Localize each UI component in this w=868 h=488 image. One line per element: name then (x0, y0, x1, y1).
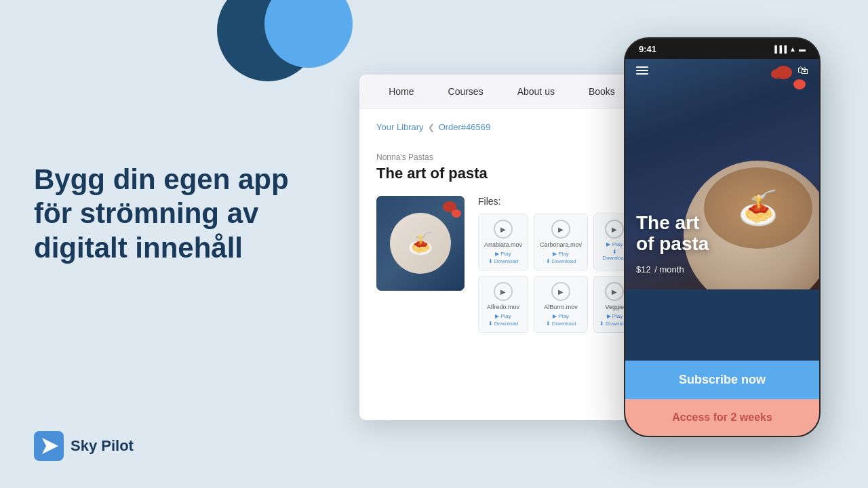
product-category: Nonna's Pastas (376, 152, 627, 162)
nav-books[interactable]: Books (589, 86, 615, 97)
logo-icon (34, 431, 64, 461)
file-item: ▶ Alfredo.mov ▶ Play ⬇ Download (478, 276, 528, 333)
hero-title: Bygg din egen app för strömning av digit… (34, 163, 326, 265)
phone-price-period: / month (654, 264, 684, 274)
logo-area: Sky Pilot (34, 431, 326, 461)
files-label: Files: (478, 196, 636, 207)
cart-icon[interactable]: 🛍 (797, 64, 808, 77)
phone-price: $12 / month (636, 260, 709, 276)
play-icon[interactable]: ▶ (494, 282, 513, 301)
play-action[interactable]: ▶ Play (540, 313, 582, 319)
wifi-icon: ▲ (789, 45, 796, 53)
phone-product-title: The art of pasta (636, 213, 709, 255)
phone-status-icons: ▐▐▐ ▲ ▬ (772, 45, 806, 53)
nav-home[interactable]: Home (389, 86, 414, 97)
download-action[interactable]: ⬇ Download (484, 321, 522, 327)
logo-name: Sky Pilot (71, 437, 134, 455)
phone-mockup: 9:41 ▐▐▐ ▲ ▬ 🛍 (624, 37, 821, 437)
play-action[interactable]: ▶ Play (484, 313, 522, 319)
phone-hero-bg: 🛍 🍝 The art of pasta $12 (625, 59, 819, 289)
breadcrumb: Your Library ❮ Order#46569 (376, 122, 627, 132)
breadcrumb-chevron: ❮ (428, 123, 435, 132)
tomato-decoration-3 (771, 69, 782, 79)
file-name: AlBurro.mov (540, 304, 582, 310)
product-title: The art of pasta (376, 165, 627, 182)
signal-icon: ▐▐▐ (772, 45, 787, 53)
product-image: 🍝 (376, 196, 465, 291)
file-name: Alfredo.mov (484, 304, 522, 310)
play-icon[interactable]: ▶ (551, 220, 570, 239)
phone-hero-image: 🛍 🍝 The art of pasta $12 (625, 59, 819, 289)
play-icon[interactable]: ▶ (494, 220, 513, 239)
hamburger-menu-icon[interactable] (636, 66, 648, 75)
plate-circle: 🍝 (390, 213, 451, 274)
file-item: ▶ Arrabiata.mov ▶ Play ⬇ Download (478, 214, 528, 270)
left-panel: Bygg din egen app för strömning av digit… (34, 0, 326, 488)
file-item: ▶ AlBurro.mov ▶ Play ⬇ Download (534, 276, 588, 333)
download-action[interactable]: ⬇ Download (484, 258, 522, 264)
pasta-emoji: 🍝 (407, 230, 434, 256)
file-actions: ▶ Play ⬇ Download (540, 251, 582, 264)
product-content: 🍝 Files: ▶ Arrabiata.mov ▶ Play ⬇ Downlo… (376, 196, 627, 333)
pasta-visual: 🍝 (704, 167, 812, 249)
phone-status-bar: 9:41 ▐▐▐ ▲ ▬ (625, 39, 819, 59)
play-icon[interactable]: ▶ (605, 220, 624, 239)
files-grid: ▶ Arrabiata.mov ▶ Play ⬇ Download ▶ Carb… (478, 214, 636, 333)
browser-mockup: Home Courses About us Books Your Library… (359, 75, 644, 420)
subscribe-button[interactable]: Subscribe now (625, 361, 819, 399)
file-name: Carbonara.mov (540, 241, 582, 248)
access-button[interactable]: Access for 2 weeks (625, 399, 819, 436)
nav-about[interactable]: About us (517, 86, 555, 97)
download-action[interactable]: ⬇ Download (540, 258, 582, 264)
browser-body: Your Library ❮ Order#46569 Nonna's Pasta… (359, 108, 644, 346)
nav-courses[interactable]: Courses (448, 86, 484, 97)
hero-text: Bygg din egen app för strömning av digit… (34, 163, 326, 265)
download-action[interactable]: ⬇ Download (540, 321, 582, 327)
play-icon[interactable]: ▶ (605, 282, 624, 301)
file-actions: ▶ Play ⬇ Download (484, 251, 522, 264)
phone-time: 9:41 (639, 44, 656, 54)
breadcrumb-order[interactable]: Order#46569 (439, 122, 491, 132)
battery-icon: ▬ (799, 45, 806, 53)
breadcrumb-library[interactable]: Your Library (376, 122, 424, 132)
pasta-plate-bg: 🍝 (376, 196, 465, 291)
file-actions: ▶ Play ⬇ Download (540, 313, 582, 327)
play-action[interactable]: ▶ Play (484, 251, 522, 257)
files-section: Files: ▶ Arrabiata.mov ▶ Play ⬇ Download… (478, 196, 636, 333)
phone-product-text: The art of pasta $12 / month (636, 213, 709, 276)
play-icon[interactable]: ▶ (551, 282, 570, 301)
phone-action-buttons: Subscribe now Access for 2 weeks (625, 361, 819, 436)
browser-nav: Home Courses About us Books (359, 75, 644, 108)
file-name: Arrabiata.mov (484, 241, 522, 248)
file-item: ▶ Carbonara.mov ▶ Play ⬇ Download (534, 214, 588, 270)
file-actions: ▶ Play ⬇ Download (484, 313, 522, 327)
play-action[interactable]: ▶ Play (540, 251, 582, 257)
phone-content: 🛍 🍝 The art of pasta $12 (625, 59, 819, 436)
tomato-decoration-2 (793, 79, 806, 89)
